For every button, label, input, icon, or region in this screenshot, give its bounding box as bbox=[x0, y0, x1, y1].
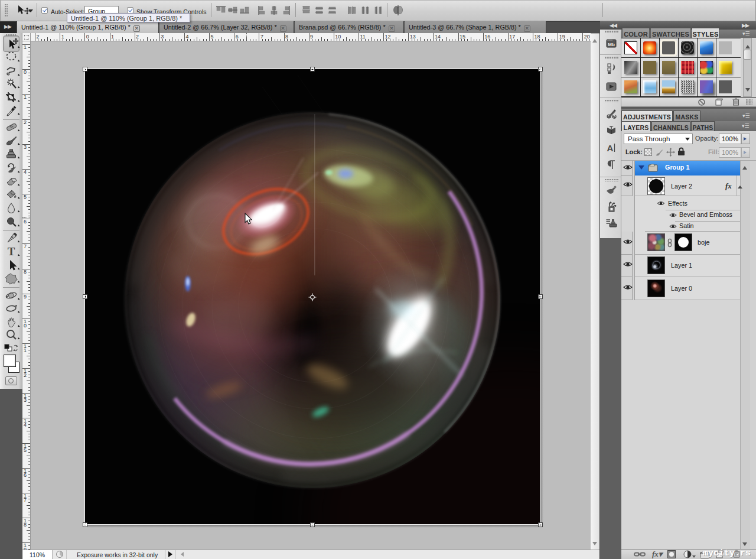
svg-text:Mb: Mb bbox=[608, 42, 615, 47]
svg-text:T: T bbox=[8, 246, 15, 258]
svg-text:A: A bbox=[607, 143, 614, 153]
